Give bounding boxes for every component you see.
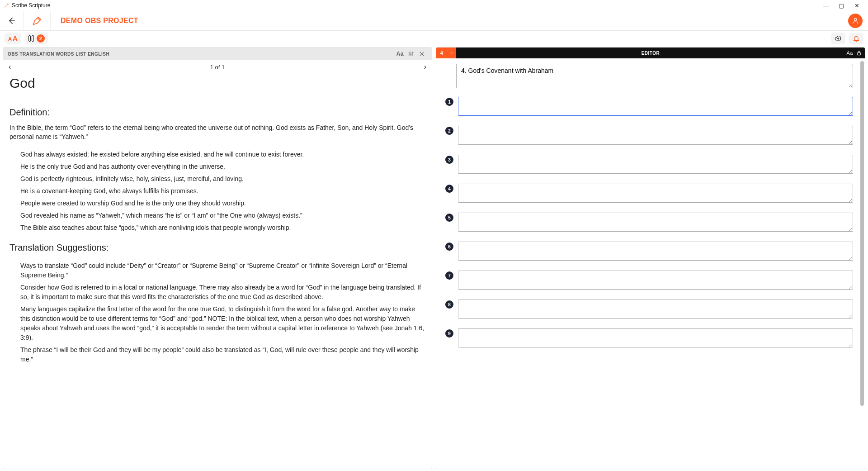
- app-name: Scribe Scripture: [12, 2, 50, 9]
- definition-list-item: The Bible also teaches about false “gods…: [20, 223, 425, 233]
- project-title: DEMO OBS PROJECT: [51, 17, 148, 25]
- definition-list-item: God has always existed; he existed befor…: [20, 150, 425, 159]
- verse-row: 1: [445, 97, 853, 116]
- window-titlebar: Scribe Scripture — ▢ ✕: [0, 0, 868, 11]
- verse-row: 9: [445, 328, 853, 347]
- editor-font-icon[interactable]: Aa: [847, 50, 853, 56]
- layout-columns-button[interactable]: 2: [25, 33, 48, 44]
- font-icon[interactable]: Aa: [395, 51, 406, 57]
- suggestions-list-item: Ways to translate “God” could include “D…: [20, 261, 425, 280]
- app-icon: [4, 3, 9, 8]
- verse-number-badge: 5: [445, 214, 453, 222]
- suggestions-list: Ways to translate “God” could include “D…: [9, 261, 425, 364]
- verse-row: 7: [445, 271, 853, 290]
- pager-text: 1 of 1: [210, 64, 225, 71]
- pen-icon[interactable]: [24, 11, 51, 31]
- verse-input[interactable]: [458, 213, 853, 232]
- pager-row: ‹ 1 of 1 ›: [3, 60, 432, 74]
- verse-row: 5: [445, 213, 853, 232]
- verse-number-badge: 9: [445, 329, 453, 338]
- verse-input[interactable]: [458, 184, 853, 203]
- window-minimize-button[interactable]: —: [818, 2, 834, 9]
- verse-number-badge: 2: [445, 127, 453, 135]
- verse-number-badge: 7: [445, 271, 453, 280]
- definition-list-item: He is the only true God and has authorit…: [20, 162, 425, 171]
- definition-list-item: People were created to worship God and h…: [20, 199, 425, 208]
- prev-button[interactable]: ‹: [9, 63, 11, 71]
- next-button[interactable]: ›: [424, 63, 426, 71]
- svg-point-0: [854, 18, 856, 20]
- verse-input[interactable]: [458, 97, 853, 116]
- notifications-button[interactable]: [849, 33, 863, 44]
- verse-number-badge: 6: [445, 243, 453, 251]
- lock-icon[interactable]: [856, 50, 862, 56]
- definition-list-item: He is a covenant-keeping God, who always…: [20, 186, 425, 196]
- scrollbar[interactable]: [860, 61, 864, 467]
- settings-sliders-icon[interactable]: [406, 51, 416, 57]
- verse-input[interactable]: [458, 126, 853, 145]
- definition-list-item: God is perfectly righteous, infinitely w…: [20, 174, 425, 184]
- verse-number-badge: 1: [445, 98, 453, 106]
- verse-row: 3: [445, 155, 853, 174]
- verse-number-badge: 4: [445, 185, 453, 193]
- definition-paragraph: In the Bible, the term “God” refers to t…: [9, 123, 425, 142]
- article-heading: God: [9, 76, 425, 91]
- app-header: DEMO OBS PROJECT: [0, 11, 868, 31]
- verse-row: 8: [445, 300, 853, 319]
- right-pane: 4 EDITOR Aa 123456789: [436, 47, 865, 469]
- window-close-button[interactable]: ✕: [849, 2, 864, 9]
- close-pane-button[interactable]: [416, 51, 427, 57]
- window-maximize-button[interactable]: ▢: [834, 2, 849, 9]
- svg-rect-1: [858, 52, 861, 55]
- cloud-sync-button[interactable]: [831, 33, 845, 44]
- left-pane: OBS TRANSLATION WORDS LIST ENGLISH Aa ‹ …: [3, 47, 432, 469]
- back-button[interactable]: [0, 11, 24, 31]
- verse-row: 2: [445, 126, 853, 145]
- user-avatar-button[interactable]: [848, 14, 863, 28]
- definition-heading: Definition:: [9, 107, 425, 118]
- editor-header: 4 EDITOR Aa: [436, 48, 865, 58]
- story-title-input[interactable]: [456, 64, 853, 88]
- chapter-dropdown-button[interactable]: [447, 48, 456, 58]
- chapter-number-button[interactable]: 4: [436, 48, 447, 58]
- verse-row: 6: [445, 242, 853, 261]
- article-content: God Definition: In the Bible, the term “…: [3, 74, 432, 469]
- verse-input[interactable]: [458, 328, 853, 347]
- font-size-toggle[interactable]: AA: [5, 33, 21, 44]
- suggestions-heading: Translation Suggestions:: [9, 243, 425, 253]
- suggestions-list-item: Consider how God is referred to in a loc…: [20, 283, 425, 302]
- verse-number-badge: 3: [445, 156, 453, 164]
- suggestions-list-item: Many languages capitalize the first lett…: [20, 304, 425, 343]
- editor-scroll[interactable]: 123456789: [436, 58, 865, 469]
- toolbar: AA 2: [0, 31, 868, 46]
- verse-input[interactable]: [458, 271, 853, 290]
- suggestions-list-item: The phrase “I will be their God and they…: [20, 345, 425, 364]
- left-pane-title: OBS TRANSLATION WORDS LIST ENGLISH: [8, 52, 109, 57]
- definition-list: God has always existed; he existed befor…: [9, 150, 425, 233]
- verse-row: 4: [445, 184, 853, 203]
- verse-input[interactable]: [458, 155, 853, 174]
- verse-input[interactable]: [458, 300, 853, 319]
- columns-icon: [28, 35, 34, 42]
- editor-label: EDITOR: [642, 51, 660, 56]
- left-pane-header: OBS TRANSLATION WORDS LIST ENGLISH Aa: [3, 48, 432, 60]
- verse-input[interactable]: [458, 242, 853, 261]
- layout-count-badge: 2: [37, 34, 45, 43]
- verse-number-badge: 8: [445, 300, 453, 309]
- definition-list-item: God revealed his name as “Yahweh,” which…: [20, 211, 425, 220]
